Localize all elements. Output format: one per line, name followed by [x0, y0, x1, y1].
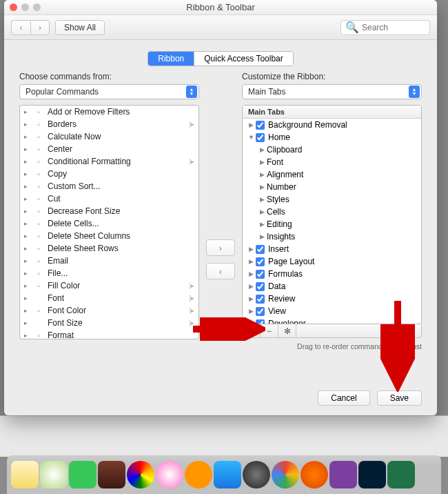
dropdown-arrows-icon: ▲▼ — [186, 86, 197, 98]
center-icon: ▫ — [34, 144, 43, 154]
tab-options-button[interactable]: ✻ — [278, 324, 296, 337]
remove-tab-button[interactable]: − — [261, 324, 278, 337]
blank-icon — [34, 318, 43, 328]
borders-icon: ▫ — [34, 119, 43, 129]
command-item[interactable]: ▸▫Delete Sheet Columns — [20, 230, 198, 242]
tab-ribbon[interactable]: Ribbon — [148, 52, 194, 66]
command-item[interactable]: ▸▫Delete Cells... — [20, 217, 198, 230]
nav-forward-button[interactable]: › — [30, 20, 50, 35]
tab-checkbox[interactable] — [256, 245, 265, 254]
fontc-icon: ▫ — [34, 306, 43, 315]
ribbon-tab-item[interactable]: ▶Review — [243, 293, 421, 305]
fontdn-icon: ▫ — [34, 206, 43, 216]
command-item[interactable]: ▸▫Add or Remove Filters — [20, 106, 198, 118]
dock-app-icon[interactable] — [387, 461, 415, 488]
command-item[interactable]: ▸▫Decrease Font Size — [20, 205, 198, 217]
fmt-icon: ▫ — [34, 330, 43, 339]
dock-app-icon[interactable] — [358, 461, 386, 488]
tab-checkbox[interactable] — [256, 295, 265, 304]
remove-command-button[interactable]: ‹ — [206, 263, 235, 279]
search-field[interactable]: 🔍 — [340, 20, 430, 35]
command-item[interactable]: ▸▫Email — [20, 255, 198, 267]
nav-back-button[interactable]: ‹ — [11, 20, 30, 35]
ribbon-tab-item[interactable]: ▶Editing — [243, 218, 421, 230]
ribbon-tab-item[interactable]: ▶Font — [243, 156, 421, 168]
command-item[interactable]: ▸▫Conditional Formatting|▸ — [20, 155, 198, 168]
email-icon: ▫ — [34, 256, 43, 266]
dock-app-icon[interactable] — [156, 461, 183, 488]
dock-app-icon[interactable] — [301, 461, 328, 488]
command-item[interactable]: ▸Font Size|▸ — [20, 317, 198, 329]
ribbon-tab-item[interactable]: ▶Number — [243, 181, 421, 193]
dock-app-icon[interactable] — [329, 461, 357, 488]
delcol-icon: ▫ — [34, 231, 43, 241]
ribbon-tab-item[interactable]: ▶Background Removal — [243, 119, 421, 131]
dock-app-icon[interactable] — [40, 461, 68, 488]
tab-checkbox[interactable] — [256, 121, 265, 130]
commands-listbox[interactable]: ▸▫Add or Remove Filters▸▫Borders|▸▸▫Calc… — [19, 105, 199, 339]
tab-checkbox[interactable] — [256, 282, 265, 291]
command-item[interactable]: ▸Font|▸ — [20, 292, 198, 304]
command-item[interactable]: ▸▫Format — [20, 329, 198, 339]
blank-icon — [34, 293, 43, 303]
command-item[interactable]: ▸▫Calculate Now — [20, 130, 198, 143]
ribbon-tab-item[interactable]: ▶Clipboard — [243, 144, 421, 156]
ribbon-tab-item[interactable]: ▶Insights — [243, 230, 421, 243]
window-title: Ribbon & Toolbar — [4, 2, 437, 12]
command-item[interactable]: ▸▫Font Color|▸ — [20, 304, 198, 317]
filter-icon: ▫ — [34, 107, 43, 117]
ribbon-tab-item[interactable]: ▶Formulas — [243, 268, 421, 280]
dock-app-icon[interactable] — [98, 461, 125, 488]
ribbon-tab-item[interactable]: ▶View — [243, 305, 421, 317]
delcell-icon: ▫ — [34, 219, 43, 228]
tab-quick-access[interactable]: Quick Access Toolbar — [194, 52, 293, 66]
command-item[interactable]: ▸▫Fill Color|▸ — [20, 279, 198, 292]
ribbon-tab-item[interactable]: ▶Insert — [243, 243, 421, 255]
dock-app-icon[interactable] — [214, 461, 241, 488]
dock — [7, 455, 441, 494]
dock-app-icon[interactable] — [11, 461, 39, 488]
sort-icon: ▫ — [34, 181, 43, 191]
customize-ribbon-dropdown[interactable]: Main Tabs ▲▼ — [242, 84, 422, 99]
tab-checkbox[interactable] — [256, 319, 265, 324]
search-icon: 🔍 — [345, 21, 359, 34]
tab-checkbox[interactable] — [256, 257, 265, 266]
left-label: Choose commands from: — [19, 72, 199, 81]
command-item[interactable]: ▸▫Custom Sort... — [20, 180, 198, 192]
command-item[interactable]: ▸▫Cut — [20, 192, 198, 205]
add-command-button[interactable]: › — [206, 239, 235, 256]
ribbon-tab-item[interactable]: ▶Alignment — [243, 168, 421, 181]
command-item[interactable]: ▸▫File... — [20, 267, 198, 279]
ribbon-tab-item[interactable]: Developer — [243, 317, 421, 324]
tab-checkbox[interactable] — [256, 307, 265, 316]
add-tab-button[interactable]: + — [243, 324, 261, 337]
ribbon-tab-item[interactable]: ▶Cells — [243, 206, 421, 218]
titlebar: Ribbon & Toolbar — [4, 0, 437, 15]
tab-checkbox[interactable] — [256, 270, 265, 279]
cond-icon: ▫ — [34, 157, 43, 166]
right-label: Customize the Ribbon: — [242, 72, 422, 81]
ribbon-tab-item[interactable]: ▼Home — [243, 131, 421, 144]
show-all-button[interactable]: Show All — [55, 20, 105, 35]
commands-from-dropdown[interactable]: Popular Commands ▲▼ — [19, 84, 199, 99]
ribbon-tabs-listbox[interactable]: Main Tabs ▶Background Removal▼Home▶Clipb… — [242, 105, 422, 324]
command-item[interactable]: ▸▫Delete Sheet Rows — [20, 242, 198, 255]
command-item[interactable]: ▸▫Center — [20, 143, 198, 155]
dock-app-icon[interactable] — [69, 461, 96, 488]
save-button[interactable]: Save — [377, 391, 422, 406]
tab-checkbox[interactable] — [256, 133, 265, 142]
ribbon-tab-item[interactable]: ▶Page Layout — [243, 255, 421, 268]
dock-app-icon[interactable] — [243, 461, 270, 488]
cancel-button[interactable]: Cancel — [318, 391, 369, 406]
ribbon-tab-item[interactable]: ▶Data — [243, 280, 421, 293]
command-item[interactable]: ▸▫Copy — [20, 168, 198, 180]
ribbon-tab-item[interactable]: ▶Styles — [243, 193, 421, 206]
calc-icon: ▫ — [34, 132, 43, 141]
command-item[interactable]: ▸▫Borders|▸ — [20, 118, 198, 130]
dropdown-arrows-icon: ▲▼ — [409, 86, 420, 98]
search-input[interactable] — [362, 23, 424, 32]
dock-app-icon[interactable] — [127, 461, 154, 488]
segmented-control: Ribbon Quick Access Toolbar — [147, 51, 294, 66]
dock-app-icon[interactable] — [185, 461, 212, 488]
dock-app-icon[interactable] — [272, 461, 299, 488]
